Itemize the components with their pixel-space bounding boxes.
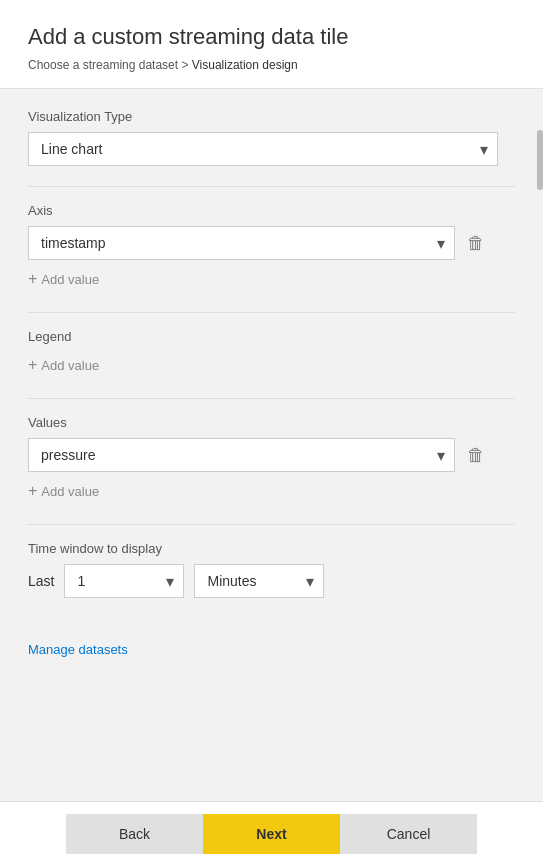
divider-3 [28, 398, 515, 399]
visualization-type-label: Visualization Type [28, 109, 515, 124]
time-number-select[interactable]: 1 2 3 5 10 15 30 60 [64, 564, 184, 598]
last-label: Last [28, 573, 54, 589]
axis-select-wrapper: timestamp [28, 226, 455, 260]
time-window-label: Time window to display [28, 541, 515, 556]
divider-1 [28, 186, 515, 187]
time-window-section: Time window to display Last 1 2 3 5 10 1… [28, 541, 515, 598]
legend-add-value-label: Add value [41, 358, 99, 373]
axis-section: Axis timestamp 🗑 + Add value [28, 203, 515, 292]
axis-add-value-button[interactable]: + Add value [28, 266, 99, 292]
divider-4 [28, 524, 515, 525]
values-add-value-label: Add value [41, 484, 99, 499]
breadcrumb: Choose a streaming dataset > Visualizati… [28, 58, 515, 72]
values-add-value-button[interactable]: + Add value [28, 478, 99, 504]
values-select-wrapper: pressure [28, 438, 455, 472]
values-label: Values [28, 415, 515, 430]
breadcrumb-step2: Visualization design [192, 58, 298, 72]
time-unit-select-wrapper: Minutes Hours Seconds [194, 564, 324, 598]
scrollbar[interactable] [537, 130, 543, 190]
content-area: Visualization Type Line chart Bar chart … [0, 89, 543, 677]
next-button[interactable]: Next [203, 814, 340, 854]
legend-section: Legend + Add value [28, 329, 515, 378]
manage-datasets-link[interactable]: Manage datasets [28, 642, 128, 657]
values-section: Values pressure 🗑 + Add value [28, 415, 515, 504]
time-unit-select[interactable]: Minutes Hours Seconds [194, 564, 324, 598]
visualization-type-section: Visualization Type Line chart Bar chart … [28, 109, 515, 166]
legend-label: Legend [28, 329, 515, 344]
cancel-button[interactable]: Cancel [340, 814, 477, 854]
breadcrumb-separator: > [181, 58, 188, 72]
legend-add-value-button[interactable]: + Add value [28, 352, 99, 378]
values-select-row: pressure 🗑 [28, 438, 515, 472]
axis-plus-icon: + [28, 270, 37, 288]
time-window-row: Last 1 2 3 5 10 15 30 60 Minutes Hours S… [28, 564, 515, 598]
axis-label: Axis [28, 203, 515, 218]
values-plus-icon: + [28, 482, 37, 500]
divider-2 [28, 312, 515, 313]
footer-bar: Back Next Cancel [0, 801, 543, 865]
time-number-select-wrapper: 1 2 3 5 10 15 30 60 [64, 564, 184, 598]
values-select[interactable]: pressure [28, 438, 455, 472]
axis-delete-button[interactable]: 🗑 [461, 229, 491, 258]
page-header: Add a custom streaming data tile Choose … [0, 0, 543, 89]
values-trash-icon: 🗑 [467, 445, 485, 466]
axis-add-value-label: Add value [41, 272, 99, 287]
manage-datasets-container: Manage datasets [28, 622, 515, 657]
values-delete-button[interactable]: 🗑 [461, 441, 491, 470]
axis-select-row: timestamp 🗑 [28, 226, 515, 260]
legend-plus-icon: + [28, 356, 37, 374]
back-button[interactable]: Back [66, 814, 203, 854]
visualization-type-select[interactable]: Line chart Bar chart Card Gauge Clustere… [28, 132, 498, 166]
page-title: Add a custom streaming data tile [28, 24, 515, 50]
axis-select[interactable]: timestamp [28, 226, 455, 260]
trash-icon: 🗑 [467, 233, 485, 254]
visualization-type-select-wrapper: Line chart Bar chart Card Gauge Clustere… [28, 132, 498, 166]
breadcrumb-step1: Choose a streaming dataset [28, 58, 178, 72]
